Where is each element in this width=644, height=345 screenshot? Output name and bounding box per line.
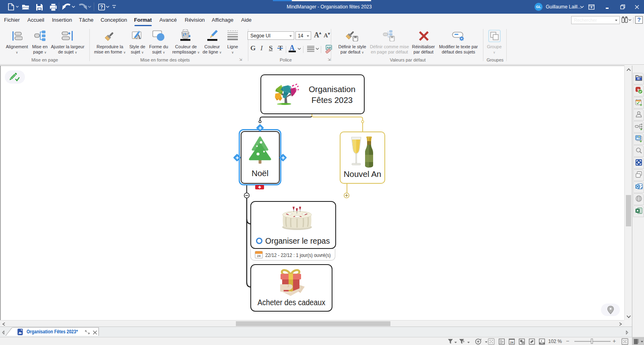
svg-text:?: ? <box>100 4 103 10</box>
svg-text:24: 24 <box>257 254 261 258</box>
svg-text:24: 24 <box>510 341 514 344</box>
